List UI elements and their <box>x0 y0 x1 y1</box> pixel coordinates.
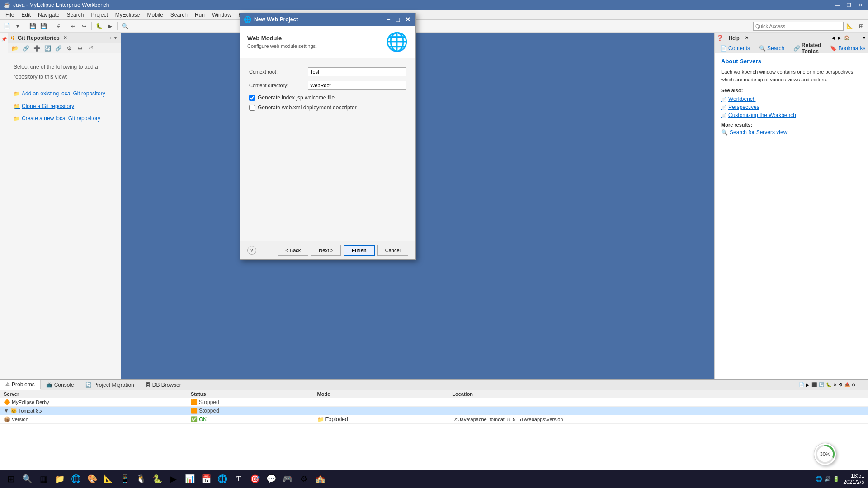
help-forward-btn[interactable]: ▶ <box>837 34 842 41</box>
panel-maximize[interactable]: □ <box>107 35 112 41</box>
menu-navigate[interactable]: Navigate <box>34 11 63 19</box>
taskbar-icon-6[interactable]: ▶ <box>166 472 181 486</box>
paint-app[interactable]: 🎨 <box>85 472 99 486</box>
panel-menu[interactable]: ▾ <box>113 35 118 41</box>
server-minimize-btn[interactable]: − <box>857 382 860 387</box>
taskbar-icon-7[interactable]: 📊 <box>183 472 197 486</box>
context-root-input[interactable] <box>308 67 406 76</box>
help-tab-close[interactable]: ✕ <box>745 35 749 40</box>
save-all-btn[interactable]: 💾 <box>38 21 48 31</box>
help-link-workbench[interactable]: 📄 Workbench <box>721 96 862 102</box>
menu-window[interactable]: Window <box>208 11 235 19</box>
git-create-btn[interactable]: ➕ <box>32 43 42 53</box>
taskbar-icon-10[interactable]: T <box>231 472 246 486</box>
debug-btn[interactable]: 🐛 <box>94 21 104 31</box>
server-publish-btn[interactable]: 📤 <box>844 382 850 387</box>
perspectives-btn[interactable]: 📐 <box>844 21 854 31</box>
next-btn[interactable]: Next > <box>311 245 341 256</box>
server-start-btn[interactable]: ▶ <box>806 382 810 387</box>
panel-minimize[interactable]: − <box>101 35 106 41</box>
quick-access-input[interactable] <box>753 22 844 31</box>
content-dir-input[interactable] <box>308 81 406 90</box>
git-add-btn[interactable]: 📂 <box>10 43 20 53</box>
table-row[interactable]: 📦 Version ✅ OK 📁 Exploded <box>0 415 868 424</box>
help-tab-search[interactable]: 🔍 Search <box>755 44 788 52</box>
tab-problems[interactable]: ⚠ Problems <box>0 380 41 390</box>
dialog-help-btn[interactable]: ? <box>247 246 256 255</box>
dialog-maximize-btn[interactable]: □ <box>395 16 401 23</box>
git-clone-link[interactable]: 📁 Clone a Git repository <box>14 102 115 112</box>
tab-project-migration[interactable]: 🔄 Project Migration <box>80 380 140 390</box>
git-collapse-btn[interactable]: ⊖ <box>75 43 85 53</box>
dialog-minimize-btn[interactable]: − <box>385 16 392 23</box>
server-settings-btn[interactable]: ⚙ <box>839 382 843 387</box>
start-button[interactable]: ⊞ <box>4 472 18 486</box>
left-icon-1[interactable]: 📌 <box>0 34 9 43</box>
menu-myeclipse[interactable]: MyEclipse <box>112 11 144 19</box>
checkbox1[interactable] <box>249 95 255 101</box>
task-view[interactable]: ▦ <box>36 472 51 486</box>
taskbar-icon-15[interactable]: 🏫 <box>313 472 327 486</box>
server-maximize-btn[interactable]: □ <box>862 382 864 387</box>
server-remove-btn[interactable]: ✕ <box>833 382 837 387</box>
dialog-close-btn[interactable]: ✕ <box>404 16 412 23</box>
menu-file[interactable]: File <box>2 11 18 19</box>
taskbar-icon-9[interactable]: 🌐 <box>215 472 230 486</box>
menu-edit[interactable]: Edit <box>18 11 34 19</box>
finish-btn[interactable]: Finish <box>344 245 374 256</box>
menu-mobile[interactable]: Mobile <box>143 11 166 19</box>
checkbox2[interactable] <box>249 105 255 111</box>
menu-project[interactable]: Project <box>87 11 111 19</box>
cancel-btn[interactable]: Cancel <box>377 245 408 256</box>
taskbar-icon-11[interactable]: 🎯 <box>248 472 262 486</box>
taskbar-icon-14[interactable]: ⚙ <box>297 472 311 486</box>
git-clone-btn[interactable]: 🔗 <box>21 43 31 53</box>
menu-search2[interactable]: Search <box>167 11 191 19</box>
git-add-link[interactable]: 📁 Add an existing local Git repository <box>14 89 115 99</box>
search-btn[interactable]: 🔍 <box>120 21 130 31</box>
file-explorer[interactable]: 📁 <box>52 472 67 486</box>
menu-search[interactable]: Search <box>63 11 87 19</box>
taskbar-icon-8[interactable]: 📅 <box>199 472 213 486</box>
search-button[interactable]: 🔍 <box>20 472 34 486</box>
server-new-btn[interactable]: 📄 <box>799 382 804 387</box>
help-tab-bookmarks[interactable]: 🔖 Bookmarks <box>826 44 868 52</box>
open-perspective-btn[interactable]: ⊞ <box>856 21 866 31</box>
git-panel-tab-close[interactable]: ✕ <box>63 35 67 40</box>
git-refresh-btn[interactable]: 🔄 <box>42 43 52 53</box>
help-menu-btn[interactable]: ▾ <box>862 34 866 41</box>
git-link-btn[interactable]: 🔗 <box>53 43 63 53</box>
minimize-btn[interactable]: — <box>833 2 841 8</box>
photoshop[interactable]: 📐 <box>101 472 116 486</box>
save-btn[interactable]: 💾 <box>28 21 38 31</box>
server-stop-btn[interactable]: ⬛ <box>811 382 817 387</box>
help-minimize-btn[interactable]: − <box>851 34 856 41</box>
table-row[interactable]: 🔶 MyEclipse Derby 🟧 Stopped <box>0 398 868 407</box>
close-btn[interactable]: ✕ <box>857 2 864 8</box>
redo-btn[interactable]: ↪ <box>79 21 89 31</box>
undo-btn[interactable]: ↩ <box>68 21 78 31</box>
new-dropdown[interactable]: ▾ <box>13 21 23 31</box>
tab-db-browser[interactable]: 🗄 DB Browser <box>140 380 187 390</box>
mobile-app[interactable]: 📱 <box>118 472 132 486</box>
help-search-link[interactable]: 🔍 Search for Servers view <box>721 129 862 136</box>
new-btn[interactable]: 📄 <box>2 21 12 31</box>
taskbar-icon-13[interactable]: 🎮 <box>280 472 295 486</box>
help-tab-contents[interactable]: 📄 Contents <box>717 44 754 52</box>
edge-browser[interactable]: 🌐 <box>69 472 83 486</box>
back-btn[interactable]: < Back <box>278 245 308 256</box>
taskbar-time[interactable]: 18:51 2021/2/5 <box>843 473 864 485</box>
server-collapse-btn[interactable]: ⊖ <box>852 382 855 387</box>
git-tool[interactable]: 🐍 <box>150 472 165 486</box>
help-link-customizing[interactable]: 📄 Customizing the Workbench <box>721 112 862 118</box>
run-btn[interactable]: ▶ <box>105 21 115 31</box>
help-link-perspectives[interactable]: 📄 Perspectives <box>721 104 862 110</box>
menu-run[interactable]: Run <box>191 11 208 19</box>
git-filter-btn[interactable]: ⏎ <box>86 43 96 53</box>
git-settings-btn[interactable]: ⚙ <box>64 43 74 53</box>
help-home-btn[interactable]: 🏠 <box>843 34 850 41</box>
tab-console[interactable]: 📺 Console <box>41 380 80 390</box>
server-restart-btn[interactable]: 🔄 <box>819 382 824 387</box>
print-btn[interactable]: 🖨 <box>53 21 63 31</box>
git-create-link[interactable]: 📁 Create a new local Git repository <box>14 114 115 124</box>
